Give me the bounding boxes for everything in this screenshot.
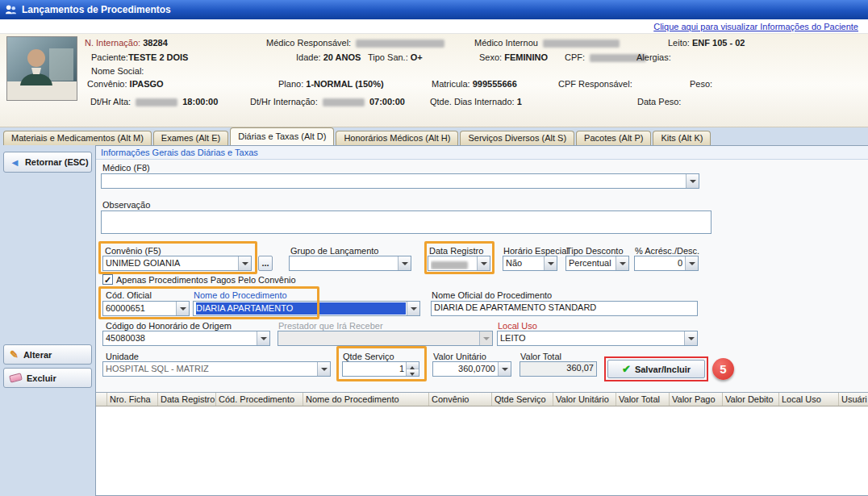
medico-combo[interactable] <box>101 173 699 189</box>
unidade-combo[interactable]: HOSPITAL SQL - MATRIZ <box>102 361 331 377</box>
cpf-responsavel-field: CPF Responsável: <box>558 79 632 89</box>
qtde-dias-field: Qtde. Dias Internado: 1 <box>430 97 522 106</box>
data-registro-combo-dropdown-icon[interactable] <box>477 256 490 270</box>
grid-header-cod-procedimento[interactable]: Cód. Procedimento <box>216 393 303 406</box>
grid-header-valor-pago[interactable]: Valor Pago <box>670 393 723 406</box>
title-bar: Lançamentos de Procedimentos <box>0 0 868 19</box>
convenio-field: Convênio: IPASGO <box>87 79 164 89</box>
grid-header-nome-procedimento[interactable]: Nome do Procedimento <box>303 393 429 406</box>
cod-oficial-combo[interactable]: 60000651 <box>102 301 190 316</box>
observacao-label: Observação <box>102 200 150 210</box>
grupo-lancamento-combo-dropdown-icon[interactable] <box>398 256 411 270</box>
checkmark-icon: ✓ <box>104 275 111 285</box>
grid-header-valor-unitario[interactable]: Valor Unitário <box>553 393 616 406</box>
valor-unitario-dropdown-icon[interactable] <box>498 362 511 376</box>
data-peso-label: Data Peso: <box>637 97 681 106</box>
spin-down-icon[interactable] <box>407 369 419 376</box>
nome-procedimento-combo-value: DIARIA APARTAMENTO <box>196 302 406 315</box>
grupo-lancamento-combo[interactable] <box>289 256 411 271</box>
local-uso-combo[interactable]: LEITO <box>497 331 698 346</box>
salvar-incluir-button-label: Salvar/Incluir <box>635 365 691 374</box>
spin-up-icon[interactable] <box>407 362 419 369</box>
valor-total-label: Valor Total <box>520 352 561 361</box>
acresc-desc-combo-dropdown-icon[interactable] <box>685 256 698 270</box>
horario-especial-combo-dropdown-icon[interactable] <box>544 256 557 270</box>
grid-header-convenio[interactable]: Convênio <box>429 393 492 406</box>
apenas-pagos-checkbox-label: Apenas Procedimentos Pagos Pelo Convênio <box>116 275 296 285</box>
convenio-label: Convênio: <box>87 79 127 89</box>
paciente-label: Paciente: <box>91 52 128 62</box>
nome-social-label: Nome Social: <box>91 66 144 76</box>
group-caption: Informações Gerais das Diárias e Taxas <box>96 146 868 160</box>
nome-procedimento-combo-dropdown-icon[interactable] <box>407 302 419 315</box>
tipo-desconto-combo[interactable]: Percentual <box>565 256 629 271</box>
convenio-f5-label: Convênio (F5) <box>105 246 161 256</box>
alterar-button[interactable]: ✎ Alterar <box>3 344 92 365</box>
retornar-button[interactable]: ◄ Retornar (ESC) <box>3 152 92 173</box>
grupo-lancamento-label: Grupo de Lançamento <box>290 246 378 256</box>
idade-label: Idade: <box>296 52 321 62</box>
grid-header-local-uso[interactable]: Local Uso <box>779 393 839 406</box>
tab-kits[interactable]: Kits (Alt K) <box>653 131 711 145</box>
nome-oficial-input[interactable]: DIARIA DE APARTAMENTO STANDARD <box>431 301 698 316</box>
tab-materiais-medicamentos[interactable]: Materiais e Medicamentos (Alt M) <box>3 131 152 145</box>
acresc-desc-combo-value: 0 <box>637 257 684 269</box>
convenio-combo-dropdown-icon[interactable] <box>238 256 251 270</box>
local-uso-combo-value: LEITO <box>500 332 683 344</box>
grid-body-empty[interactable] <box>96 406 868 495</box>
excluir-button[interactable]: Excluir <box>3 368 92 388</box>
medico-combo-dropdown-icon[interactable] <box>686 174 699 188</box>
convenio-browse-button[interactable]: ... <box>258 256 273 271</box>
apenas-pagos-checkbox[interactable]: ✓ <box>102 274 113 285</box>
horario-especial-combo[interactable]: Não <box>503 256 557 271</box>
matricula-field: Matricula: 999555666 <box>432 79 517 89</box>
tab-servicos-diversos[interactable]: Serviços Diversos (Alt S) <box>460 131 574 145</box>
n-internacao-label: N. Internação: <box>85 38 140 48</box>
content-area: ◄ Retornar (ESC) ✎ Alterar Excluir Infor… <box>0 145 868 496</box>
cod-honorario-label: Código do Honorário de Origem <box>106 321 232 331</box>
tipo-san-field: Tipo San.: O+ <box>368 52 423 62</box>
sexo-label: Sexo: <box>479 52 502 62</box>
grid-header-usuario[interactable]: Usuári <box>839 393 868 406</box>
observacao-input[interactable] <box>101 210 712 234</box>
local-uso-combo-dropdown-icon[interactable] <box>684 331 697 345</box>
tab-honorarios-medicos[interactable]: Honorários Médicos (Alt H) <box>336 131 458 145</box>
qtde-servico-spin-icons[interactable] <box>406 362 419 376</box>
dthr-internacao-time: 07:00:00 <box>369 97 405 106</box>
medico-responsavel-field: Médico Responsável: <box>266 38 447 48</box>
patient-info-link[interactable]: Clique aqui para visualizar Informações … <box>653 22 858 31</box>
cod-oficial-combo-value: 60000651 <box>106 302 175 315</box>
data-registro-combo-value <box>431 257 476 269</box>
tipo-desconto-combo-dropdown-icon[interactable] <box>616 256 628 270</box>
data-registro-combo[interactable] <box>428 256 490 271</box>
tab-pacotes[interactable]: Pacotes (Alt P) <box>576 131 651 145</box>
grid-header-qtde-servico[interactable]: Qtde Serviço <box>492 393 553 406</box>
convenio-value: IPASGO <box>130 79 164 89</box>
acresc-desc-combo[interactable]: 0 <box>634 256 699 271</box>
cpf-responsavel-label: CPF Responsável: <box>558 79 632 89</box>
cod-honorario-combo-dropdown-icon[interactable] <box>257 331 269 345</box>
tab-diarias-taxas[interactable]: Diárias e Taxas (Alt D) <box>230 127 334 145</box>
convenio-combo[interactable]: UNIMED GOIANIA <box>102 256 252 271</box>
grid-header-data-registro[interactable]: Data Registro <box>158 393 216 406</box>
peso-field: Peso: <box>690 79 712 89</box>
medico-internou-redacted <box>543 40 620 48</box>
grid-header-nro-ficha[interactable]: Nro. Ficha <box>107 393 158 406</box>
sexo-field: Sexo: FEMININO <box>479 52 548 62</box>
valor-unitario-combo[interactable]: 360,0700 <box>432 361 511 377</box>
sexo-value: FEMININO <box>504 52 548 62</box>
nome-procedimento-combo[interactable]: DIARIA APARTAMENTO <box>193 301 420 316</box>
unidade-combo-dropdown-icon[interactable] <box>317 362 330 376</box>
cod-honorario-combo[interactable]: 45080038 <box>102 331 270 346</box>
tipo-san-label: Tipo San.: <box>368 52 408 62</box>
tab-exames[interactable]: Exames (Alt E) <box>153 131 228 145</box>
window-title: Lançamentos de Procedimentos <box>22 4 171 15</box>
cod-honorario-combo-value: 45080038 <box>106 332 256 344</box>
salvar-incluir-button[interactable]: ✔ Salvar/Incluir <box>607 360 705 378</box>
cod-oficial-combo-dropdown-icon[interactable] <box>176 302 189 315</box>
grid-header-valor-debito[interactable]: Valor Debito <box>723 393 779 406</box>
grid-header-valor-total[interactable]: Valor Total <box>616 393 670 406</box>
tipo-san-value: O+ <box>411 52 423 62</box>
qtde-dias-value: 1 <box>517 97 522 106</box>
qtde-servico-stepper[interactable]: 1 <box>342 361 419 377</box>
